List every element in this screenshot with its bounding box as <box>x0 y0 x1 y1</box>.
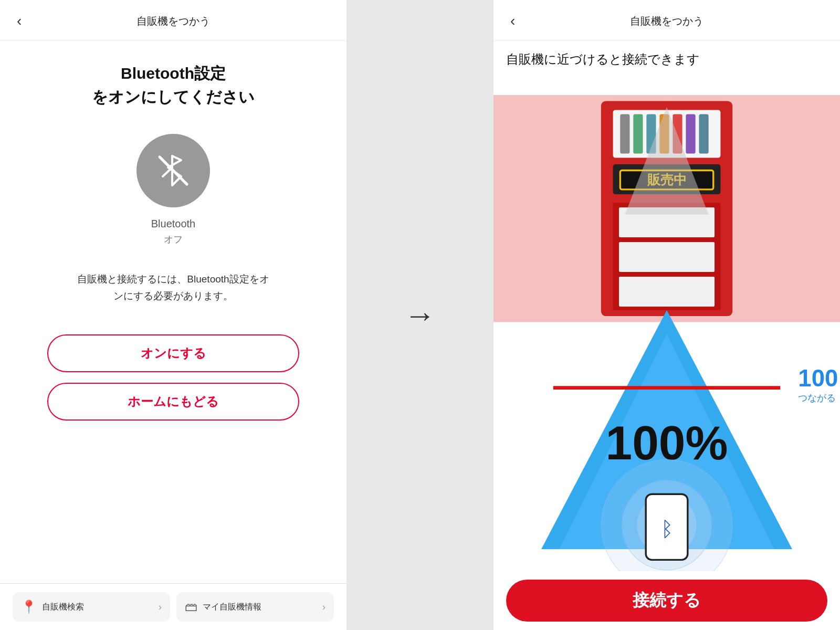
chevron-right-icon-2: › <box>322 602 326 613</box>
right-screen: ‹ 自販機をつかう 自販機に近づけると接続できます <box>494 0 840 630</box>
search-location-icon: 📍 <box>21 600 37 614</box>
back-button-left[interactable]: ‹ <box>13 10 26 32</box>
connect-button[interactable]: 接続する <box>506 580 827 622</box>
bluetooth-label-text: Bluetooth <box>151 218 196 230</box>
right-header: ‹ 自販機をつかう <box>494 0 840 40</box>
left-screen: ‹ 自販機をつかう Bluetooth設定 をオンにしてください Bluetoo… <box>0 0 346 630</box>
bluetooth-icon-container <box>136 134 210 207</box>
svg-rect-6 <box>620 114 629 154</box>
chevron-right-icon: › <box>159 602 162 613</box>
bluetooth-off-icon <box>152 150 194 192</box>
left-heading: Bluetooth設定 をオンにしてください <box>92 61 255 109</box>
svg-rect-7 <box>633 114 643 154</box>
myinfo-icon: 🗃 <box>185 600 197 614</box>
left-header: ‹ 自販機をつかう <box>0 0 346 40</box>
nav-search-label: 自販機検索 <box>42 602 153 613</box>
turn-on-button[interactable]: オンにする <box>47 334 299 372</box>
go-home-button[interactable]: ホームにもどる <box>47 383 299 421</box>
bluetooth-status-text: オフ <box>164 233 183 246</box>
bottom-navigation: 📍 自販機検索 › 🗃 マイ自販機情報 › <box>0 583 346 630</box>
right-header-title: 自販機をつかう <box>630 14 704 28</box>
nav-myinfo[interactable]: 🗃 マイ自販機情報 › <box>176 592 334 622</box>
main-visual-svg: 販売中 100 つながる 100% <box>494 73 840 571</box>
svg-text:つながる: つながる <box>798 393 836 403</box>
nav-myinfo-label: マイ自販機情報 <box>203 602 317 613</box>
right-visual-area: 販売中 100 つながる 100% <box>494 73 840 571</box>
arrow-divider: → <box>346 0 494 630</box>
svg-rect-19 <box>619 277 715 307</box>
description-text: 自販機と接続するには、Bluetooth設定をオンにする必要があります。 <box>72 271 274 305</box>
svg-text:ᛒ: ᛒ <box>661 518 673 540</box>
left-content: Bluetooth設定 をオンにしてください Bluetooth オフ 自販機と… <box>0 40 346 583</box>
nav-search[interactable]: 📍 自販機検索 › <box>13 592 170 622</box>
svg-rect-11 <box>686 114 695 154</box>
svg-rect-18 <box>619 242 715 272</box>
right-heading: 自販機に近づけると接続できます <box>494 40 840 73</box>
svg-text:100: 100 <box>798 365 838 392</box>
left-header-title: 自販機をつかう <box>136 14 210 28</box>
back-button-right[interactable]: ‹ <box>506 10 519 32</box>
svg-rect-12 <box>699 114 708 154</box>
